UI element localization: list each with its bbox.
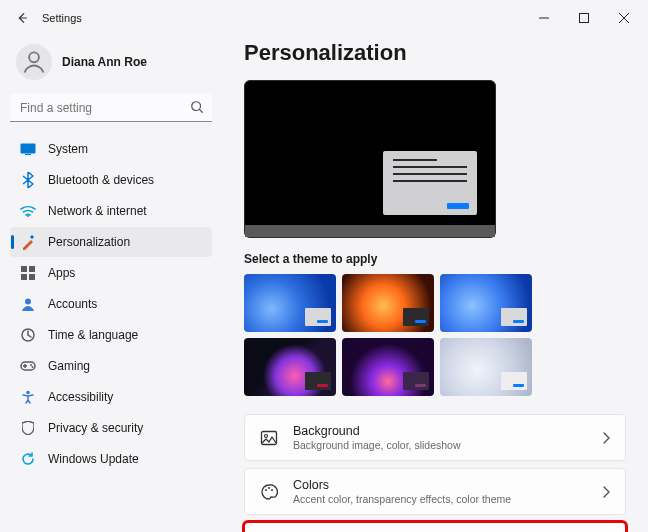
svg-point-2: [192, 102, 201, 111]
card-subtitle: Background image, color, slideshow: [293, 439, 587, 451]
palette-icon: [259, 482, 279, 502]
theme-grid: [244, 274, 626, 396]
nav-item-network-internet[interactable]: Network & internet: [10, 196, 212, 226]
preview-taskbar: [245, 225, 495, 237]
card-background[interactable]: BackgroundBackground image, color, slide…: [244, 414, 626, 461]
card-themes[interactable]: ThemesInstall, create, manage: [244, 522, 626, 532]
theme-thumbnail[interactable]: [440, 274, 532, 332]
nav-item-label: Personalization: [48, 235, 130, 249]
image-icon: [259, 428, 279, 448]
update-icon: [20, 451, 36, 467]
theme-thumbnail[interactable]: [244, 338, 336, 396]
window-controls: [524, 2, 644, 34]
svg-rect-8: [21, 274, 27, 280]
personalization-icon: [20, 234, 36, 250]
svg-point-14: [32, 366, 34, 368]
nav-item-personalization[interactable]: Personalization: [10, 227, 212, 257]
preview-window: [383, 151, 477, 215]
svg-point-1: [29, 52, 39, 62]
nav-item-accounts[interactable]: Accounts: [10, 289, 212, 319]
person-icon: [20, 48, 48, 76]
nav-item-gaming[interactable]: Gaming: [10, 351, 212, 381]
search-input[interactable]: [10, 94, 212, 122]
nav-item-bluetooth-devices[interactable]: Bluetooth & devices: [10, 165, 212, 195]
profile[interactable]: Diana Ann Roe: [10, 40, 212, 94]
nav-item-label: Privacy & security: [48, 421, 143, 435]
svg-point-15: [26, 391, 30, 395]
nav-item-label: Windows Update: [48, 452, 139, 466]
nav-item-system[interactable]: System: [10, 134, 212, 164]
theme-thumbnail[interactable]: [244, 274, 336, 332]
svg-rect-4: [25, 154, 31, 155]
app-title: Settings: [42, 12, 82, 24]
sidebar: Diana Ann Roe SystemBluetooth & devicesN…: [0, 36, 222, 532]
arrow-left-icon: [15, 11, 29, 25]
gaming-icon: [20, 358, 36, 374]
svg-rect-7: [29, 266, 35, 272]
nav-item-label: Gaming: [48, 359, 90, 373]
svg-rect-9: [29, 274, 35, 280]
nav-item-label: Apps: [48, 266, 75, 280]
theme-thumbnail[interactable]: [440, 338, 532, 396]
theme-thumbnail[interactable]: [342, 338, 434, 396]
nav-item-apps[interactable]: Apps: [10, 258, 212, 288]
minimize-icon: [539, 13, 549, 23]
svg-point-5: [27, 215, 29, 217]
close-button[interactable]: [604, 2, 644, 34]
back-button[interactable]: [8, 4, 36, 32]
settings-cards: BackgroundBackground image, color, slide…: [244, 414, 626, 532]
svg-rect-3: [21, 144, 36, 154]
privacy-icon: [20, 420, 36, 436]
titlebar: Settings: [0, 0, 648, 36]
search-box[interactable]: [10, 94, 212, 122]
accessibility-icon: [20, 389, 36, 405]
chevron-right-icon: [601, 432, 611, 444]
svg-point-20: [271, 489, 273, 491]
page-title: Personalization: [244, 40, 626, 66]
card-colors[interactable]: ColorsAccent color, transparency effects…: [244, 468, 626, 515]
nav-item-privacy-security[interactable]: Privacy & security: [10, 413, 212, 443]
card-title: Colors: [293, 478, 587, 492]
nav-item-label: Bluetooth & devices: [48, 173, 154, 187]
nav-item-label: Network & internet: [48, 204, 147, 218]
theme-section-label: Select a theme to apply: [244, 252, 626, 266]
bluetooth-icon: [20, 172, 36, 188]
search-icon: [190, 100, 204, 114]
nav-item-label: Accounts: [48, 297, 97, 311]
profile-name: Diana Ann Roe: [62, 55, 147, 69]
svg-rect-0: [580, 14, 589, 23]
maximize-icon: [579, 13, 589, 23]
close-icon: [619, 13, 629, 23]
svg-point-17: [265, 434, 268, 437]
main-content: Personalization Select a theme to apply …: [222, 36, 648, 532]
desktop-preview: [244, 80, 496, 238]
nav-item-windows-update[interactable]: Windows Update: [10, 444, 212, 474]
card-title: Background: [293, 424, 587, 438]
nav: SystemBluetooth & devicesNetwork & inter…: [10, 134, 212, 474]
wifi-icon: [20, 203, 36, 219]
apps-icon: [20, 265, 36, 281]
nav-item-time-language[interactable]: Time & language: [10, 320, 212, 350]
chevron-right-icon: [601, 486, 611, 498]
nav-item-label: System: [48, 142, 88, 156]
svg-rect-6: [21, 266, 27, 272]
maximize-button[interactable]: [564, 2, 604, 34]
minimize-button[interactable]: [524, 2, 564, 34]
avatar: [16, 44, 52, 80]
svg-point-10: [25, 299, 31, 305]
accounts-icon: [20, 296, 36, 312]
nav-item-accessibility[interactable]: Accessibility: [10, 382, 212, 412]
card-subtitle: Accent color, transparency effects, colo…: [293, 493, 587, 505]
nav-item-label: Time & language: [48, 328, 138, 342]
theme-thumbnail[interactable]: [342, 274, 434, 332]
time-icon: [20, 327, 36, 343]
svg-point-13: [30, 364, 32, 366]
nav-item-label: Accessibility: [48, 390, 113, 404]
svg-point-18: [265, 489, 267, 491]
system-icon: [20, 141, 36, 157]
svg-point-19: [268, 487, 270, 489]
